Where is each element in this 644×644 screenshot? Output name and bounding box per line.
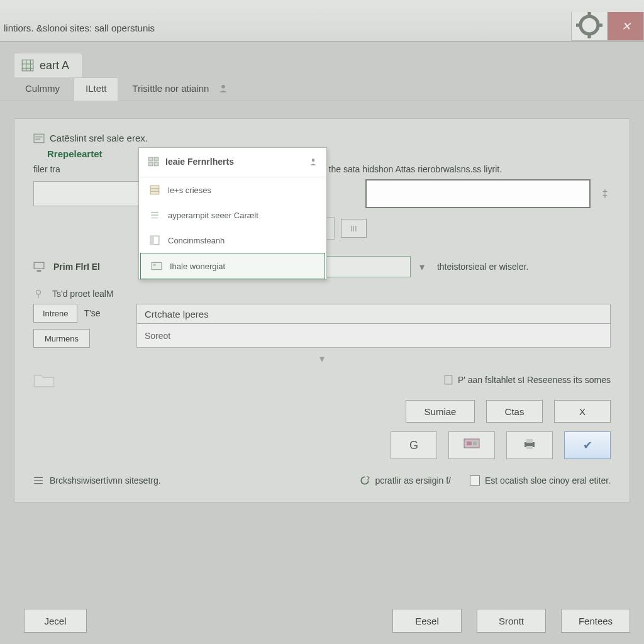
dropdown-item-label: Ihale wonergiat: [170, 262, 225, 271]
field-rrepeleartet-label: Rrepeleartet: [47, 148, 611, 159]
minimize-button[interactable]: [571, 12, 608, 41]
sumiae-button[interactable]: Sumiae: [406, 400, 475, 423]
panel-icon: [149, 235, 160, 245]
close-icon: ✕: [621, 19, 631, 33]
tab-label: eart A: [40, 59, 69, 72]
person-icon: [218, 84, 229, 92]
resize-handle-icon[interactable]: ▾: [33, 353, 611, 365]
bottom-left-text: Brckshsiwisertívnn sitesetrg.: [50, 475, 161, 486]
field-sublabel: filer tra: [33, 164, 109, 174]
svg-rect-36: [150, 236, 154, 245]
printer-button[interactable]: [506, 431, 553, 459]
monitor-icon: [33, 262, 45, 272]
g-button[interactable]: G: [391, 431, 437, 459]
sheet-icon: [149, 185, 160, 195]
dropdown-item-label: Concinmsteanh: [168, 236, 225, 245]
printer-icon: [522, 437, 537, 454]
titlebar: lintiors. &slonoi sites: sall operstunis…: [0, 0, 644, 42]
jecel-button[interactable]: Jecel: [24, 609, 87, 633]
bottom-check2-text: Est ocatish sloe cinoy eral etiter.: [485, 475, 611, 486]
fentees-button[interactable]: Fentees: [561, 609, 630, 633]
refresh-icon: [360, 475, 370, 486]
grid-icon: [148, 157, 159, 167]
dropdown-item-1[interactable]: le+s crieses: [139, 177, 326, 203]
chevron-down-icon[interactable]: ▾: [419, 261, 428, 273]
dropdown-item-label: le+s crieses: [168, 186, 211, 195]
svg-point-28: [312, 158, 315, 162]
dropdown-popup: Ieaie Fernrlherts le+s crieses ayperarnp…: [138, 147, 327, 280]
murmens-button[interactable]: Murmens: [33, 329, 90, 348]
svg-rect-29: [150, 186, 159, 194]
window-controls: ✕: [571, 12, 644, 41]
svg-rect-1: [22, 60, 33, 71]
eesel-button[interactable]: Eesel: [392, 609, 462, 633]
close-button[interactable]: ✕: [608, 12, 644, 41]
bottom-mid-text: pcratlir as ersiigin f/: [375, 475, 451, 486]
dropdown-item-label: ayperarnpit seeer Carælt: [168, 211, 258, 220]
group2-label: Prim FlrI El: [53, 262, 100, 272]
dropdown-item-4[interactable]: Ihale wonergiat: [140, 253, 325, 279]
tab-trisittle[interactable]: Trisittle nor atiainn: [121, 78, 240, 100]
table-icon: [21, 58, 35, 72]
svg-rect-17: [473, 441, 477, 445]
group3-label: Ts'd proet lealM: [52, 289, 114, 299]
svg-point-12: [36, 290, 41, 294]
check-icon: ✔: [583, 438, 592, 452]
lines-icon: [149, 210, 160, 220]
stepper-icon[interactable]: ‡: [599, 188, 611, 199]
group1-title: Catëslint srel sale erex.: [33, 133, 611, 143]
toolbar-tabs: eart A: [0, 42, 644, 77]
dropdown-title: Ieaie Fernrlherts: [165, 157, 234, 167]
list-icon: [33, 476, 43, 485]
svg-rect-38: [153, 264, 156, 266]
svg-point-0: [580, 16, 598, 34]
action-row: Sumiae Ctas X: [33, 400, 611, 423]
dropdown-item-2[interactable]: ayperarnpit seeer Carælt: [139, 203, 326, 228]
folder-icon[interactable]: [33, 372, 55, 387]
tag-tse: T'se: [84, 308, 100, 318]
confirm-button[interactable]: ✔: [564, 431, 611, 459]
svg-rect-16: [467, 441, 472, 445]
svg-rect-27: [154, 162, 158, 166]
doc-icon: [444, 375, 453, 385]
aux-button[interactable]: III: [341, 219, 367, 238]
dialog-buttons: Jecel Eesel Srontt Fentees: [24, 609, 630, 633]
person-small-icon: [309, 157, 318, 166]
group2-right: thteistorsieal er wiseler.: [437, 262, 529, 272]
secondary-tabs: Culmmy ILtett Trisittle nor atiainn: [0, 77, 644, 101]
tab-iltett[interactable]: ILtett: [74, 77, 118, 101]
icon-action-row: G ✔: [33, 431, 611, 459]
svg-rect-19: [526, 439, 533, 443]
card-icon: [151, 261, 162, 271]
x-button[interactable]: X: [554, 400, 611, 423]
svg-rect-10: [34, 262, 44, 269]
svg-rect-14: [445, 375, 452, 384]
dropdown-item-3[interactable]: Concinmsteanh: [139, 228, 326, 253]
window-title: lintiors. &slonoi sites: sall operstunis: [0, 23, 155, 41]
dropdown-header: Ieaie Fernrlherts: [139, 148, 326, 177]
svg-rect-25: [154, 157, 158, 161]
svg-rect-7: [34, 134, 44, 143]
tab-label: Trisittle nor atiainn: [132, 83, 209, 94]
ctas-button[interactable]: Ctas: [486, 400, 543, 423]
gear-icon: [572, 8, 607, 45]
group1-title-text: Catëslint srel sale erex.: [50, 133, 148, 143]
svg-rect-20: [526, 446, 533, 449]
intrene-button[interactable]: Intrene: [33, 304, 77, 323]
reseeness-label: P' aan fsltahlet sI Reseeness its somes: [458, 375, 611, 385]
select-value[interactable]: Soreot: [136, 324, 611, 348]
tab-eart-a[interactable]: eart A: [14, 53, 82, 77]
device-icon: [462, 436, 482, 455]
device-button[interactable]: [448, 431, 495, 459]
pin-icon: [33, 289, 43, 299]
checkbox-est[interactable]: [470, 475, 480, 486]
svg-rect-26: [148, 162, 153, 166]
note-icon: [33, 133, 45, 143]
svg-point-6: [222, 85, 226, 89]
svg-rect-24: [148, 157, 153, 161]
tab-culmmy[interactable]: Culmmy: [14, 78, 71, 100]
input-right[interactable]: [365, 179, 591, 208]
srontt-button[interactable]: Srontt: [477, 609, 546, 633]
select-header[interactable]: Crtchate lperes: [136, 304, 611, 324]
